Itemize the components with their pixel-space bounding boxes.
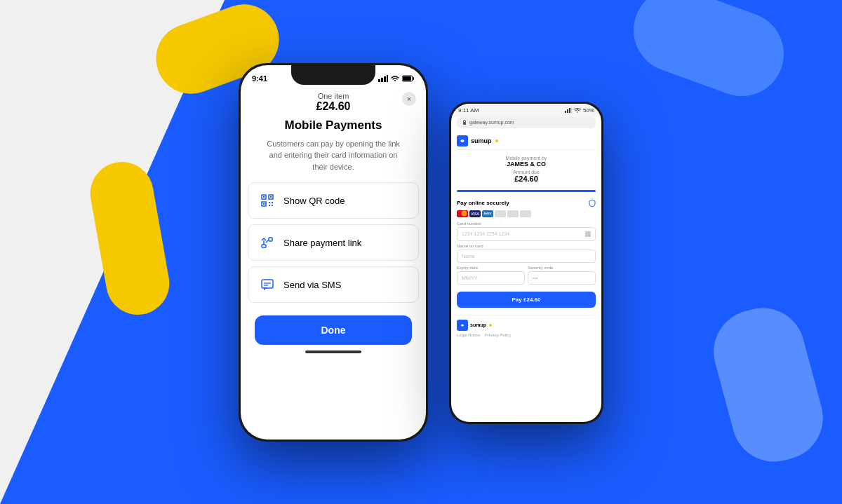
footer-sumup-text: sumup	[470, 322, 486, 327]
card-icons-row: VISA AMEX	[457, 210, 596, 217]
expiry-placeholder: MM/YY	[462, 275, 478, 280]
security-input[interactable]: •••	[528, 271, 596, 285]
svg-rect-27	[571, 107, 572, 113]
android-signal-icon	[565, 107, 572, 113]
pay-button[interactable]: Pay £24.60	[457, 292, 596, 308]
card-number-input[interactable]: 1234 1234 1234 1234	[457, 227, 596, 241]
svg-rect-21	[262, 280, 273, 288]
security-label: Security code	[528, 266, 596, 270]
mastercard-icon	[457, 210, 468, 217]
security-col: Security code •••	[528, 266, 596, 287]
pay-online-title: Pay online securely	[457, 200, 509, 206]
sms-icon	[258, 275, 276, 294]
url-text: gateway.sumup.com	[469, 120, 514, 125]
android-footer: sumup Legal Notice Privacy Policy	[457, 315, 596, 337]
android-footer-logo: sumup	[457, 320, 596, 331]
modal-title: Mobile Payments	[241, 117, 426, 138]
svg-rect-12	[270, 196, 272, 198]
blue-divider	[457, 190, 596, 192]
modal-item-label: One item	[265, 92, 402, 100]
svg-rect-25	[567, 109, 568, 113]
amount-value: £24.60	[457, 175, 596, 183]
svg-rect-28	[463, 122, 466, 125]
card-number-label: Card number	[457, 222, 596, 226]
legal-notice-link[interactable]: Legal Notice	[457, 333, 480, 337]
modal-price: £24.60	[265, 100, 402, 113]
security-placeholder: •••	[533, 275, 537, 280]
expiry-input[interactable]: MM/YY	[457, 271, 525, 285]
card-other-1	[495, 210, 506, 217]
shield-icon	[589, 199, 596, 207]
wifi-icon	[391, 75, 399, 82]
iphone-status-icons	[378, 75, 415, 82]
done-button[interactable]: Done	[255, 315, 412, 345]
android-device: 9:11 AM 50%	[449, 102, 603, 424]
svg-rect-26	[569, 108, 570, 113]
android-url-bar[interactable]: gateway.sumup.com	[457, 117, 596, 128]
iphone-screen: 9:41	[241, 65, 426, 440]
name-label: Name on card	[457, 244, 596, 248]
phones-container: 9:41	[239, 63, 603, 442]
share-icon	[258, 233, 276, 252]
sumup-logo-text: sumup	[471, 137, 492, 144]
svg-rect-19	[262, 245, 266, 247]
modal-close-button[interactable]: ×	[402, 92, 416, 106]
svg-rect-17	[269, 205, 270, 206]
svg-rect-8	[403, 76, 411, 81]
footer-links: Legal Notice Privacy Policy	[457, 333, 596, 337]
modal-subtitle: Customers can pay by opening the link an…	[241, 138, 426, 183]
svg-rect-20	[269, 238, 272, 241]
iphone-time: 9:41	[252, 74, 267, 83]
svg-rect-15	[269, 202, 270, 203]
send-via-sms-item[interactable]: Send via SMS	[248, 266, 419, 303]
svg-rect-10	[263, 196, 265, 198]
sumup-logo-icon	[457, 135, 468, 147]
svg-rect-5	[387, 75, 388, 82]
sumup-logo-dot	[495, 139, 498, 142]
share-payment-link-label: Share payment link	[283, 238, 361, 248]
show-qr-code-label: Show QR code	[283, 196, 345, 206]
modal-header: One item £24.60 ×	[241, 86, 426, 117]
share-payment-link-item[interactable]: Share payment link	[248, 224, 419, 261]
pay-online-section: Pay online securely	[457, 196, 596, 311]
expiry-security-row: Expiry date MM/YY Security code •••	[457, 266, 596, 287]
footer-sumup-icon	[457, 320, 468, 331]
svg-rect-14	[263, 203, 265, 205]
battery-icon	[402, 75, 415, 82]
amount-label: Amount due	[457, 170, 596, 175]
iphone-device: 9:41	[239, 63, 428, 442]
iphone-home-indicator	[305, 350, 361, 353]
name-field-wrapper: Name on card Name	[457, 244, 596, 263]
visa-icon: VISA	[469, 210, 481, 217]
android-time: 9:11 AM	[458, 107, 479, 114]
card-chip-icon	[585, 231, 591, 237]
svg-rect-18	[272, 205, 273, 206]
svg-rect-16	[272, 202, 273, 203]
svg-point-30	[462, 211, 467, 217]
payment-info: Mobile payment by JAMES & CO Amount due …	[457, 153, 596, 186]
name-placeholder: Name	[462, 254, 475, 259]
svg-rect-3	[381, 78, 383, 82]
android-content: sumup Mobile payment by JAMES & CO Amoun…	[451, 131, 601, 337]
svg-rect-2	[378, 79, 380, 82]
iphone-notch	[291, 65, 375, 85]
pay-online-header: Pay online securely	[457, 199, 596, 207]
svg-rect-24	[565, 111, 566, 113]
name-input[interactable]: Name	[457, 250, 596, 263]
merchant-name: JAMES & CO	[457, 161, 596, 168]
footer-sumup-dot	[489, 324, 492, 327]
show-qr-code-item[interactable]: Show QR code	[248, 182, 419, 219]
qr-icon	[258, 191, 276, 210]
android-battery: 50%	[583, 107, 594, 114]
expiry-label: Expiry date	[457, 266, 525, 270]
svg-rect-31	[585, 231, 591, 237]
card-number-placeholder: 1234 1234 1234 1234	[462, 231, 509, 237]
send-via-sms-label: Send via SMS	[283, 280, 341, 290]
android-status-bar: 9:11 AM 50%	[451, 104, 601, 117]
svg-rect-4	[384, 76, 386, 82]
iphone-modal: One item £24.60 × Mobile Payments Custom…	[241, 86, 426, 361]
card-number-field-wrapper: Card number 1234 1234 1234 1234	[457, 222, 596, 241]
privacy-policy-link[interactable]: Privacy Policy	[485, 333, 511, 337]
android-screen: 9:11 AM 50%	[451, 104, 601, 422]
payment-by-label: Mobile payment by	[457, 156, 596, 161]
